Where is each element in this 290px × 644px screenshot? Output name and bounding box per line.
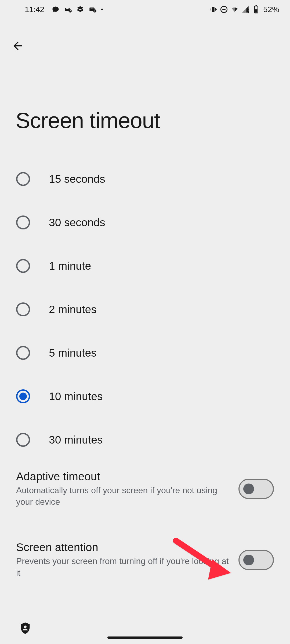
status-overflow-dot <box>101 9 103 10</box>
screen-attention-desc: Prevents your screen from turning off if… <box>16 555 230 579</box>
svg-rect-8 <box>222 9 226 10</box>
back-button[interactable] <box>8 36 27 56</box>
radio-option-1m[interactable]: 1 minute <box>0 244 290 288</box>
radio-icon <box>16 259 30 273</box>
svg-rect-9 <box>248 11 249 13</box>
svg-rect-3 <box>211 8 211 10</box>
radio-label: 30 seconds <box>49 216 105 229</box>
mail-icon <box>64 6 72 13</box>
svg-rect-6 <box>216 9 217 10</box>
vibrate-icon <box>209 6 217 13</box>
radio-icon <box>16 172 30 186</box>
radio-icon <box>16 215 30 229</box>
radio-label: 2 minutes <box>49 303 97 316</box>
dnd-icon <box>220 6 228 13</box>
toggle-thumb <box>243 484 254 494</box>
signal-icon <box>242 6 249 13</box>
radio-option-30m[interactable]: 30 minutes <box>0 418 290 462</box>
gesture-nav-bar[interactable] <box>107 636 183 639</box>
status-battery-text: 52% <box>263 5 279 14</box>
chat-icon <box>52 6 59 13</box>
svg-rect-13 <box>255 9 258 13</box>
screen-attention-row[interactable]: Screen attention Prevents your screen fr… <box>0 532 290 587</box>
svg-point-10 <box>248 9 249 10</box>
radio-label: 5 minutes <box>49 347 97 359</box>
battery-icon <box>252 6 260 13</box>
timeout-options-list: 15 seconds 30 seconds 1 minute 2 minutes… <box>0 157 290 462</box>
radio-label: 10 minutes <box>49 390 103 403</box>
radio-option-2m[interactable]: 2 minutes <box>0 288 290 331</box>
radio-option-30s[interactable]: 30 seconds <box>0 201 290 244</box>
adaptive-timeout-row[interactable]: Adaptive timeout Automatically turns off… <box>0 462 290 516</box>
screen-attention-title: Screen attention <box>16 541 230 554</box>
adaptive-timeout-texts: Adaptive timeout Automatically turns off… <box>16 470 230 508</box>
arrow-back-icon <box>11 39 24 52</box>
toggle-thumb <box>243 555 254 565</box>
radio-icon <box>16 389 30 403</box>
privacy-shield-icon <box>20 622 31 635</box>
box-icon <box>77 6 84 13</box>
svg-rect-2 <box>212 7 214 12</box>
radio-label: 1 minute <box>49 260 91 272</box>
svg-rect-5 <box>210 9 210 10</box>
radio-icon <box>16 302 30 316</box>
page-title: Screen timeout <box>16 108 290 133</box>
screen-attention-toggle[interactable] <box>238 550 274 570</box>
radio-option-10m[interactable]: 10 minutes <box>0 375 290 418</box>
radio-option-5m[interactable]: 5 minutes <box>0 331 290 375</box>
wifi-icon <box>231 6 238 13</box>
adaptive-timeout-desc: Automatically turns off your screen if y… <box>16 485 230 508</box>
radio-label: 15 seconds <box>49 173 105 185</box>
mail2-icon <box>89 6 96 13</box>
adaptive-timeout-title: Adaptive timeout <box>16 470 230 483</box>
status-clock: 11:42 <box>25 5 44 14</box>
svg-rect-4 <box>215 8 216 10</box>
svg-point-14 <box>24 625 27 628</box>
radio-icon <box>16 346 30 360</box>
radio-label: 30 minutes <box>49 434 103 446</box>
adaptive-timeout-toggle[interactable] <box>238 479 274 499</box>
status-left: 11:42 <box>25 5 103 14</box>
screen-attention-texts: Screen attention Prevents your screen fr… <box>16 541 230 579</box>
radio-icon <box>16 433 30 447</box>
status-right: 52% <box>209 5 279 14</box>
status-bar: 11:42 52% <box>0 0 290 19</box>
radio-option-15s[interactable]: 15 seconds <box>0 157 290 201</box>
